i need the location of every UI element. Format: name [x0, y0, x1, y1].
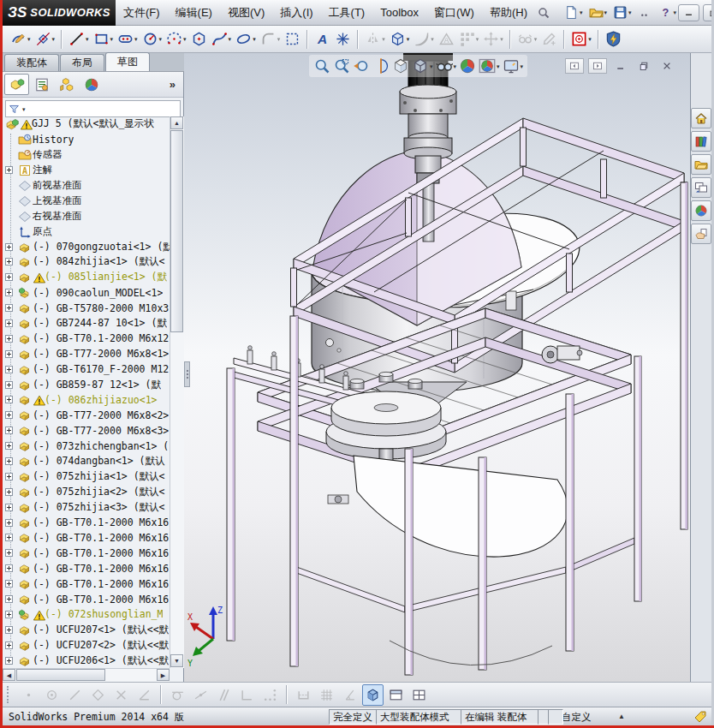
sk-fillet-button[interactable]: ▾ — [259, 30, 283, 48]
expander-icon[interactable] — [5, 641, 13, 649]
doc-close-button[interactable] — [657, 58, 676, 74]
expander-icon[interactable] — [5, 549, 13, 557]
tree-item[interactable]: (-) 073zhichengban<1> ( — [3, 439, 170, 454]
tree-item[interactable]: (-) GB-T6170_F-2000 M12 — [3, 361, 170, 377]
tree-item[interactable]: (-) GB-T70.1-2000 M6x16 — [3, 561, 170, 576]
tree-item[interactable]: (-) GB-T70.1-2000 M6x12 — [3, 331, 170, 346]
tree-item[interactable]: (-) 085lianjie<1> (默 — [3, 270, 170, 285]
tree-item[interactable]: (-) GB859-87 12<1> (默 — [3, 377, 170, 392]
tree-item[interactable]: (-) GB-T70.1-2000 M6x16 — [3, 546, 170, 561]
window-minimize-button[interactable] — [678, 4, 699, 21]
menu-item-3[interactable]: 视图(V) — [220, 0, 272, 26]
tree-item[interactable]: 传感器 — [3, 147, 170, 163]
taskpane-view-palette-button[interactable] — [691, 177, 711, 198]
expander-icon[interactable] — [5, 595, 13, 603]
menu-item-4[interactable]: 插入(I) — [272, 0, 320, 26]
configmanager-tab[interactable] — [54, 74, 79, 95]
tab-1[interactable]: 装配体 — [4, 54, 59, 71]
sk-ellipse-button[interactable]: ▾ — [234, 30, 258, 48]
tree-item[interactable]: 右视基准面 — [3, 208, 170, 224]
tree-item[interactable]: (-) 086zhijiazuo<1> — [3, 392, 170, 408]
expander-icon[interactable] — [5, 258, 13, 266]
tree-item[interactable]: (-) 074dangban<1> (默认 — [3, 454, 170, 469]
tree-item[interactable]: (-) GB-T70.1-2000 M6x16 — [3, 530, 170, 546]
tree-item[interactable]: GJJ 5 (默认<默认_显示状 — [3, 116, 170, 132]
section-view-button[interactable] — [372, 57, 390, 75]
sn-line-button[interactable] — [64, 684, 86, 706]
sk-repair-button[interactable] — [539, 30, 559, 48]
sn-grid-button[interactable] — [316, 684, 337, 706]
sn-perp-button[interactable] — [236, 684, 258, 706]
view-orientation-button[interactable] — [392, 57, 409, 75]
sn-angle2-button[interactable] — [339, 684, 360, 706]
sn-mid-button[interactable] — [190, 684, 211, 706]
tree-item[interactable]: (-) UCFU207<1> (默认<<默 — [3, 622, 170, 637]
status-custom-arrow[interactable]: ▲ — [618, 713, 625, 720]
doc-new-button[interactable]: ▾ — [562, 4, 585, 21]
expander-icon[interactable] — [5, 611, 13, 618]
expander-icon[interactable] — [5, 319, 13, 327]
sk-relations-button[interactable]: ▾ — [515, 30, 539, 48]
expander-icon[interactable] — [5, 427, 13, 434]
scroll-thumb-h[interactable] — [16, 669, 105, 681]
tree-item[interactable]: (-) GB-T77-2000 M6x8<2> — [3, 408, 170, 423]
sk-polygon-button[interactable] — [189, 30, 209, 48]
pane-grid-button[interactable] — [408, 684, 430, 706]
help-button[interactable]: ?▾ — [657, 4, 679, 21]
tree-item[interactable]: (-) UCFU207<2> (默认<<默 — [3, 637, 170, 653]
sn-angle-button[interactable] — [134, 684, 155, 706]
expander-icon[interactable] — [5, 396, 13, 403]
tree-item[interactable]: A注解 — [3, 163, 170, 178]
tree-item[interactable]: (-) 075zhijia<3> (默认< — [3, 499, 170, 515]
taskpane-custom-properties-button[interactable] — [691, 224, 711, 244]
folder-open-button[interactable]: ▾ — [587, 4, 610, 21]
scroll-down-button[interactable]: ▼ — [170, 654, 183, 667]
tree-item[interactable]: 上视基准面 — [3, 193, 170, 208]
sn-quad-button[interactable] — [87, 684, 109, 706]
tree-item[interactable]: 原点 — [3, 224, 170, 239]
tree-item[interactable]: (-) GB-T70.1-2000 M6x16 — [3, 576, 170, 592]
sn-hsnap-button[interactable] — [293, 684, 314, 706]
expander-icon[interactable] — [5, 442, 13, 450]
expander-icon[interactable] — [5, 289, 13, 296]
scroll-thumb[interactable] — [170, 130, 183, 332]
expander-icon[interactable] — [5, 304, 13, 312]
pencil-sketch-button[interactable]: ▾ — [9, 30, 33, 48]
expander-icon[interactable] — [5, 366, 13, 373]
display-style-button[interactable]: ▾ — [412, 57, 433, 75]
sk-slot-button[interactable]: ▾ — [116, 30, 140, 48]
zoom-fit-button[interactable] — [313, 57, 330, 75]
hide-show-button[interactable]: ▾ — [436, 57, 457, 75]
tree-item[interactable]: (-) 075zhijia<2> (默认< — [3, 484, 170, 499]
scroll-up-button[interactable]: ▲ — [170, 116, 183, 129]
cube3d-button[interactable] — [362, 684, 384, 706]
filter-dropdown-arrow[interactable]: ▾ — [22, 106, 26, 112]
sn-center-button[interactable] — [41, 684, 62, 706]
menu-item-8[interactable]: 帮助(H) — [482, 0, 535, 26]
sk-point-button[interactable] — [333, 30, 353, 48]
sk-arc-button[interactable]: ▾ — [164, 30, 188, 48]
sn-parallel-button[interactable] — [213, 684, 235, 706]
sn-tangent-button[interactable] — [167, 684, 188, 706]
expander-icon[interactable] — [5, 534, 13, 541]
expander-icon[interactable] — [5, 381, 13, 389]
tree-item[interactable]: (-) 070gongzuotai<1> (默 — [3, 239, 170, 254]
tree-horizontal-scrollbar[interactable]: ◀ ▶ — [3, 668, 170, 682]
pane-left-button[interactable] — [565, 58, 584, 74]
edit-appearance-button[interactable] — [459, 57, 476, 75]
pane-h-button[interactable] — [385, 684, 407, 706]
tag-icon[interactable] — [693, 710, 707, 724]
sk-mirror-button[interactable]: ▾ — [363, 30, 387, 48]
tree-item[interactable]: (-) 075zhijia<1> (默认< — [3, 468, 170, 484]
taskpane-home-button[interactable] — [691, 108, 711, 128]
sn-point-button[interactable] — [18, 684, 39, 706]
tree-item[interactable]: 前视基准面 — [3, 178, 170, 194]
sk-rect-button[interactable]: ▾ — [92, 30, 116, 48]
expander-icon[interactable] — [5, 657, 13, 665]
tab-3[interactable]: 草图 — [105, 52, 150, 71]
sn-dots-button[interactable] — [259, 684, 281, 706]
expander-icon[interactable] — [5, 626, 13, 634]
taskpane-design-library-button[interactable] — [691, 131, 711, 152]
toolbar-grip[interactable] — [7, 686, 12, 703]
propertymanager-tab[interactable] — [29, 74, 54, 95]
